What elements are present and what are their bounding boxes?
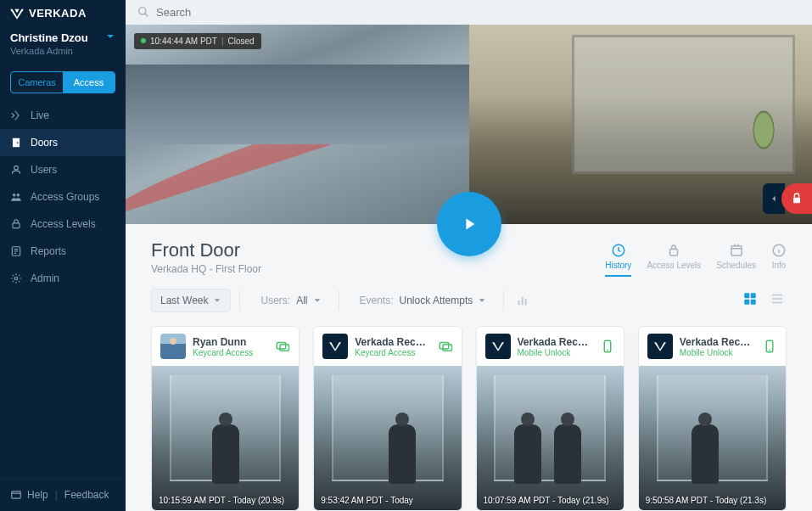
tab-levels-label: Access Levels bbox=[647, 261, 701, 270]
event-user: Verkada Reception bbox=[518, 336, 593, 348]
svg-rect-17 bbox=[525, 299, 527, 305]
mobile-icon bbox=[762, 339, 777, 354]
nav-list: Live Doors Users Access Groups Access Le… bbox=[0, 102, 126, 478]
filter-events-label: Events: bbox=[356, 295, 397, 306]
product-toggle: Cameras Access bbox=[10, 71, 115, 93]
help-icon bbox=[10, 489, 22, 501]
event-method: Mobile Unlock bbox=[518, 348, 593, 357]
nav-doors[interactable]: Doors bbox=[0, 129, 126, 156]
chevron-down-icon bbox=[105, 31, 115, 42]
user-name: Christine Dzou bbox=[10, 31, 88, 44]
nav-levels-label: Access Levels bbox=[31, 218, 96, 230]
brand-text: VERKADA bbox=[29, 7, 87, 20]
nav-groups[interactable]: Access Groups bbox=[0, 183, 126, 211]
search-bar[interactable] bbox=[126, 0, 812, 25]
svg-rect-0 bbox=[13, 138, 20, 148]
timestamp-text: 10:44:44 AM PDT bbox=[150, 36, 217, 46]
event-card[interactable]: Verkada Reception Keycard Access 9:53:42… bbox=[313, 326, 462, 511]
tab-info[interactable]: Info bbox=[771, 243, 787, 277]
video-area: 10:44:44 AM PDT | Closed bbox=[126, 25, 812, 224]
svg-point-1 bbox=[17, 142, 19, 143]
event-card[interactable]: Ryan Dunn Keycard Access 10:15:59 AM PDT… bbox=[151, 326, 300, 511]
nav-reports-label: Reports bbox=[31, 245, 66, 257]
lock-button[interactable] bbox=[781, 183, 812, 214]
filter-range-label: Last Week bbox=[160, 295, 208, 306]
live-icon bbox=[10, 110, 22, 121]
event-user: Verkada Reception bbox=[680, 336, 755, 348]
main: 10:44:44 AM PDT | Closed Front Door Verk… bbox=[126, 0, 812, 511]
camera-feed-interior[interactable] bbox=[469, 25, 813, 224]
svg-rect-23 bbox=[280, 345, 289, 351]
doors-icon bbox=[10, 137, 22, 149]
avatar bbox=[322, 334, 348, 359]
schedules-icon bbox=[729, 243, 744, 258]
nav-doors-label: Doors bbox=[31, 137, 58, 149]
svg-point-4 bbox=[17, 194, 20, 197]
tab-levels[interactable]: Access Levels bbox=[647, 243, 701, 277]
nav-levels[interactable]: Access Levels bbox=[0, 211, 126, 238]
toggle-cameras[interactable]: Cameras bbox=[11, 72, 63, 93]
avatar bbox=[160, 334, 186, 359]
brand-logo[interactable]: VERKADA bbox=[0, 0, 126, 26]
tab-history[interactable]: History bbox=[605, 243, 631, 277]
grid-view-icon[interactable] bbox=[741, 289, 759, 312]
mobile-icon bbox=[600, 339, 615, 354]
filter-divider bbox=[503, 290, 504, 311]
svg-rect-15 bbox=[518, 300, 520, 305]
event-user: Verkada Reception bbox=[355, 336, 430, 348]
user-role: Verkada Admin bbox=[10, 46, 88, 56]
filter-date-range[interactable]: Last Week bbox=[151, 289, 231, 312]
sidebar: VERKADA Christine Dzou Verkada Admin Cam… bbox=[0, 0, 126, 511]
search-input[interactable] bbox=[156, 6, 800, 19]
nav-users[interactable]: Users bbox=[0, 156, 126, 183]
toggle-access[interactable]: Access bbox=[63, 72, 115, 93]
nav-users-label: Users bbox=[31, 164, 57, 176]
tab-info-label: Info bbox=[772, 261, 787, 270]
event-thumbnail: 9:53:42 AM PDT - Today bbox=[314, 366, 461, 510]
svg-point-9 bbox=[139, 8, 146, 14]
event-method: Keycard Access bbox=[355, 348, 430, 357]
user-section[interactable]: Christine Dzou Verkada Admin bbox=[0, 26, 126, 65]
nav-live[interactable]: Live bbox=[0, 102, 126, 129]
tab-schedules[interactable]: Schedules bbox=[716, 243, 756, 277]
event-time: 9:50:58 AM PDT - Today (21.3s) bbox=[646, 496, 766, 505]
info-icon bbox=[771, 243, 787, 258]
svg-rect-13 bbox=[731, 246, 742, 256]
event-method: Mobile Unlock bbox=[680, 348, 755, 357]
svg-point-7 bbox=[14, 277, 18, 280]
event-card[interactable]: Verkada Reception Mobile Unlock 10:07:59… bbox=[476, 326, 624, 511]
svg-point-2 bbox=[14, 166, 19, 170]
door-state: Closed bbox=[228, 36, 255, 46]
list-view-icon[interactable] bbox=[768, 289, 787, 312]
svg-rect-19 bbox=[751, 293, 756, 298]
feedback-link[interactable]: Feedback bbox=[64, 489, 109, 501]
event-thumbnail: 10:07:59 AM PDT - Today (21.9s) bbox=[477, 366, 624, 510]
filter-row: Last Week Users: All Events: Unlock Atte… bbox=[126, 277, 812, 321]
reports-icon bbox=[10, 245, 22, 257]
sidebar-footer: Help | Feedback bbox=[0, 478, 126, 511]
filter-divider bbox=[239, 290, 240, 311]
admin-icon bbox=[10, 272, 22, 284]
filter-users[interactable]: Users: All bbox=[249, 289, 329, 312]
event-card[interactable]: Verkada Reception Mobile Unlock 9:50:58 … bbox=[638, 326, 787, 511]
nav-admin[interactable]: Admin bbox=[0, 265, 126, 292]
filter-events[interactable]: Events: Unlock Attempts bbox=[348, 289, 496, 312]
svg-rect-22 bbox=[277, 343, 287, 350]
lock-control[interactable] bbox=[763, 183, 812, 214]
svg-rect-12 bbox=[670, 250, 678, 256]
help-link[interactable]: Help bbox=[27, 489, 48, 501]
camera-feed-exterior[interactable]: 10:44:44 AM PDT | Closed bbox=[126, 25, 469, 224]
detail-tabs: History Access Levels Schedules Info bbox=[605, 243, 787, 277]
timestamp-sep: | bbox=[221, 36, 224, 46]
keycard-icon bbox=[275, 339, 290, 354]
play-button[interactable] bbox=[437, 192, 501, 256]
event-user: Ryan Dunn bbox=[193, 336, 268, 348]
nav-groups-label: Access Groups bbox=[31, 191, 99, 203]
door-location: Verkada HQ - First Floor bbox=[151, 263, 261, 275]
search-icon bbox=[137, 6, 149, 18]
door-title: Front Door bbox=[151, 239, 261, 261]
svg-rect-5 bbox=[13, 223, 20, 228]
lock-icon bbox=[790, 192, 804, 205]
nav-reports[interactable]: Reports bbox=[0, 238, 126, 265]
chart-icon[interactable] bbox=[516, 294, 529, 307]
